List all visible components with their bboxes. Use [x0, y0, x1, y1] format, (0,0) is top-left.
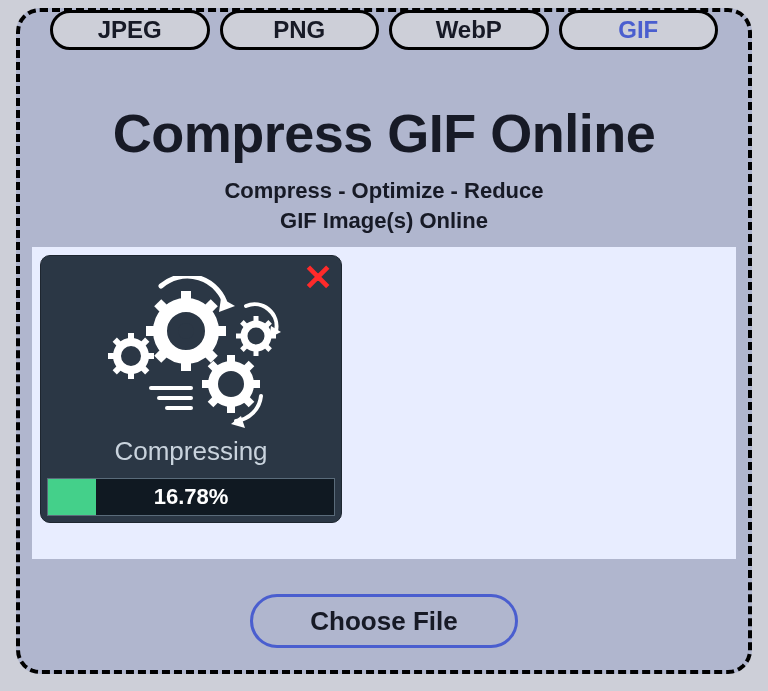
svg-rect-4	[181, 357, 191, 371]
choose-file-button[interactable]: Choose File	[250, 594, 518, 648]
svg-rect-12	[128, 333, 134, 342]
tab-gif[interactable]: GIF	[559, 10, 719, 50]
page-subtitle: Compress - Optimize - Reduce GIF Image(s…	[20, 176, 748, 235]
subtitle-line-2: GIF Image(s) Online	[280, 208, 488, 233]
svg-rect-23	[254, 348, 259, 356]
svg-rect-22	[254, 316, 259, 324]
status-label: Compressing	[41, 436, 341, 467]
compressing-card: ✕	[40, 255, 342, 523]
svg-rect-31	[227, 355, 235, 366]
progress-bar: 16.78%	[47, 478, 335, 516]
progress-value: 16.78%	[48, 479, 334, 515]
tab-webp[interactable]: WebP	[389, 10, 549, 50]
svg-rect-24	[236, 334, 244, 339]
compressor-panel: JPEG PNG WebP GIF Compress GIF Online Co…	[16, 8, 752, 674]
svg-rect-6	[212, 326, 226, 336]
close-icon[interactable]: ✕	[303, 260, 333, 296]
svg-rect-13	[128, 370, 134, 379]
svg-rect-32	[227, 402, 235, 413]
svg-point-21	[244, 324, 268, 348]
svg-rect-3	[181, 291, 191, 305]
svg-rect-15	[145, 353, 154, 359]
tab-jpeg[interactable]: JPEG	[50, 10, 210, 50]
svg-rect-5	[146, 326, 160, 336]
svg-rect-33	[202, 380, 213, 388]
gears-icon	[91, 276, 301, 428]
file-drop-zone[interactable]: ✕	[32, 247, 736, 559]
svg-rect-14	[108, 353, 117, 359]
svg-rect-34	[249, 380, 260, 388]
svg-point-2	[178, 323, 194, 339]
svg-point-30	[213, 366, 249, 402]
page-title: Compress GIF Online	[20, 102, 748, 164]
subtitle-line-1: Compress - Optimize - Reduce	[224, 178, 543, 203]
svg-rect-25	[268, 334, 276, 339]
tab-png[interactable]: PNG	[220, 10, 380, 50]
svg-marker-0	[219, 298, 235, 312]
svg-point-11	[117, 342, 145, 370]
format-tabs: JPEG PNG WebP GIF	[50, 10, 718, 50]
